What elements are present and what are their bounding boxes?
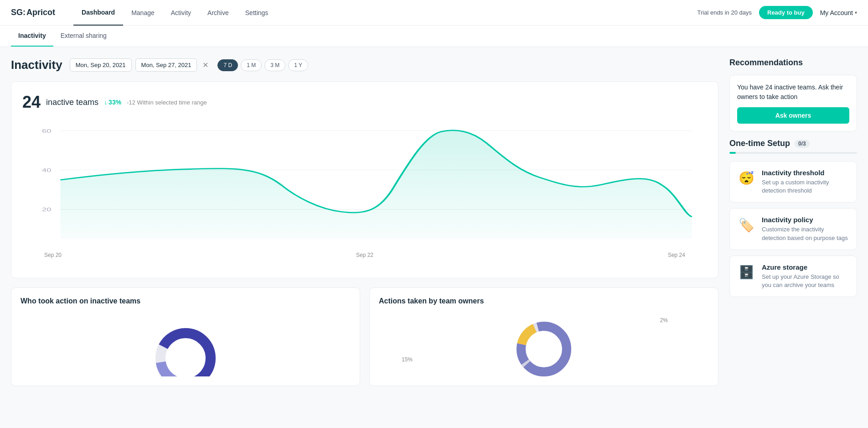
azure-icon: 🗄️ <box>737 263 755 282</box>
period-1y-button[interactable]: 1 Y <box>288 59 308 71</box>
logo-sg: SG: <box>11 8 26 17</box>
chart-header: 24 inactive teams ↓ 33% -12 Within selec… <box>22 93 707 112</box>
rec-card-text: You have 24 inactive teams. Ask their ow… <box>737 83 849 102</box>
nav-settings[interactable]: Settings <box>237 0 277 26</box>
ask-owners-button[interactable]: Ask owners <box>737 107 849 124</box>
one-time-setup-title: One-time Setup <box>729 139 790 148</box>
trend-arrow-icon: ↓ <box>104 99 107 106</box>
who-took-action-card: Who took action on inactive teams <box>11 287 360 386</box>
one-time-setup-header: One-time Setup 0/3 <box>729 139 857 148</box>
pct-2-label: 2% <box>660 317 668 324</box>
x-label-sep22: Sep 22 <box>356 252 373 258</box>
svg-text:20: 20 <box>42 206 51 212</box>
chart-svg: 60 40 20 <box>22 121 707 249</box>
nav-archive[interactable]: Archive <box>199 0 237 26</box>
tab-external-sharing[interactable]: External sharing <box>53 26 114 47</box>
header-right: Trial ends in 20 days Ready to buy My Ac… <box>698 6 857 19</box>
one-time-setup-badge: 0/3 <box>795 140 810 148</box>
setup-card-azure[interactable]: 🗄️ Azure storage Set up your Azure Stora… <box>729 256 857 297</box>
azure-title: Azure storage <box>762 263 849 271</box>
trend-badge: ↓ 33% <box>104 99 121 106</box>
x-label-sep24: Sep 24 <box>668 252 685 258</box>
setup-card-policy[interactable]: 🏷️ Inactivity policy Customize the inact… <box>729 208 857 250</box>
period-7d-button[interactable]: 7 D <box>217 59 238 71</box>
chart-x-labels: Sep 20 Sep 22 Sep 24 <box>22 250 707 258</box>
recommendations-title: Recommendations <box>729 58 857 68</box>
actions-taken-title: Actions taken by team owners <box>379 297 709 305</box>
chart-card: 24 inactive teams ↓ 33% -12 Within selec… <box>11 81 718 278</box>
one-time-progress-bar <box>729 152 736 154</box>
who-took-action-chart <box>21 313 351 376</box>
trend-desc: -12 Within selected time range <box>127 99 207 106</box>
policy-desc: Customize the inactivity detection based… <box>762 225 849 242</box>
period-buttons: 7 D 1 M 3 M 1 Y <box>217 59 308 71</box>
threshold-title: Inactivity threshold <box>762 169 849 177</box>
policy-icon: 🏷️ <box>737 216 755 234</box>
x-label-sep20: Sep 20 <box>44 252 62 258</box>
date-clear-button[interactable]: ✕ <box>201 60 210 70</box>
main-layout: Inactivity Mon, Sep 20, 2021 Mon, Sep 27… <box>0 47 868 397</box>
period-1m-button[interactable]: 1 M <box>241 59 262 71</box>
donut-svg-left <box>149 313 222 376</box>
donut-svg-right <box>507 313 580 376</box>
trend-pct: 33% <box>108 99 121 106</box>
bottom-row: Who took action on inactive teams Action… <box>11 287 718 386</box>
svg-text:60: 60 <box>42 128 51 134</box>
my-account-menu[interactable]: My Account ▾ <box>820 9 857 16</box>
threshold-content: Inactivity threshold Set up a custom ina… <box>762 169 849 195</box>
actions-taken-card: Actions taken by team owners 2% 15% <box>369 287 718 386</box>
one-time-progress-bar-container <box>729 152 857 154</box>
main-nav: Dashboard Manage Activity Archive Settin… <box>73 0 698 26</box>
my-account-label: My Account <box>820 9 853 16</box>
chart-area-fill <box>60 130 692 239</box>
logo: SG:Apricot <box>11 8 55 17</box>
chart-area: 60 40 20 Sep 20 Sep <box>22 121 707 267</box>
actions-taken-chart: 2% 15% <box>379 313 709 376</box>
nav-manage[interactable]: Manage <box>123 0 163 26</box>
inactive-label: inactive teams <box>46 98 98 107</box>
sidebar: Recommendations You have 24 inactive tea… <box>729 58 857 386</box>
main-header: SG:Apricot Dashboard Manage Activity Arc… <box>0 0 868 26</box>
trial-text: Trial ends in 20 days <box>698 9 752 16</box>
main-content: Inactivity Mon, Sep 20, 2021 Mon, Sep 27… <box>11 58 718 386</box>
threshold-icon: 😴 <box>737 169 755 187</box>
page-title: Inactivity <box>11 58 62 72</box>
recommendations-card: You have 24 inactive teams. Ask their ow… <box>729 75 857 131</box>
svg-text:40: 40 <box>42 167 51 173</box>
nav-activity[interactable]: Activity <box>163 0 199 26</box>
date-to-input[interactable]: Mon, Sep 27, 2021 <box>135 58 197 72</box>
date-range-group: Mon, Sep 20, 2021 Mon, Sep 27, 2021 ✕ <box>70 58 211 72</box>
who-took-action-title: Who took action on inactive teams <box>21 297 351 305</box>
azure-desc: Set up your Azure Storage so you can arc… <box>762 273 849 289</box>
setup-card-threshold[interactable]: 😴 Inactivity threshold Set up a custom i… <box>729 161 857 203</box>
pct-15-label: 15% <box>402 356 413 363</box>
policy-content: Inactivity policy Customize the inactivi… <box>762 216 849 242</box>
nav-dashboard[interactable]: Dashboard <box>73 0 123 26</box>
chevron-down-icon: ▾ <box>855 10 857 15</box>
threshold-desc: Set up a custom inactivity detection thr… <box>762 178 849 195</box>
ready-to-buy-button[interactable]: Ready to buy <box>759 6 813 19</box>
date-from-input[interactable]: Mon, Sep 20, 2021 <box>70 58 132 72</box>
period-3m-button[interactable]: 3 M <box>264 59 285 71</box>
azure-content: Azure storage Set up your Azure Storage … <box>762 263 849 289</box>
logo-apricot: Apricot <box>26 8 55 17</box>
inactive-count: 24 <box>22 93 41 112</box>
tab-inactivity[interactable]: Inactivity <box>11 26 53 47</box>
policy-title: Inactivity policy <box>762 216 849 224</box>
sub-nav: Inactivity External sharing <box>0 26 868 47</box>
title-row: Inactivity Mon, Sep 20, 2021 Mon, Sep 27… <box>11 58 718 72</box>
